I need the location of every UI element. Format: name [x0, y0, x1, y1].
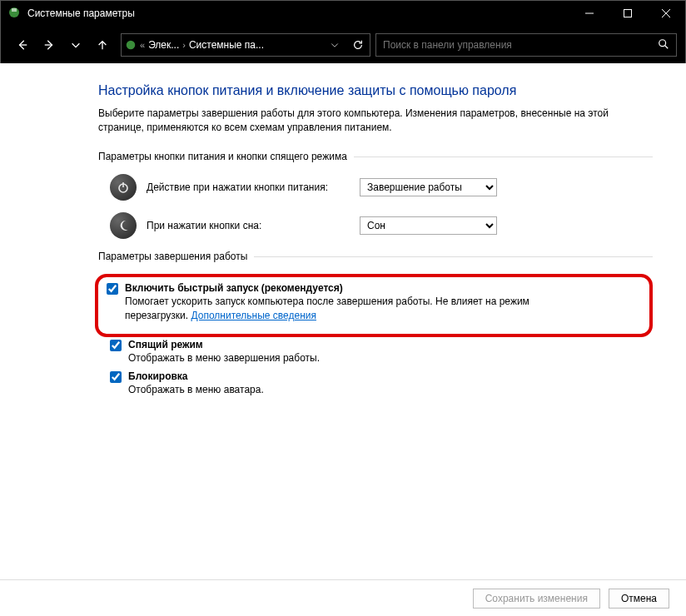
- lock-title: Блокировка: [128, 370, 188, 382]
- lock-option: Блокировка Отображать в меню аватара.: [110, 370, 653, 397]
- section-power-buttons: Параметры кнопки питания и кнопки спящег…: [98, 151, 653, 162]
- close-button[interactable]: [647, 1, 685, 26]
- power-icon: [110, 174, 137, 201]
- minimize-button[interactable]: [570, 1, 609, 26]
- address-icon: [122, 39, 140, 51]
- svg-point-9: [659, 39, 666, 46]
- sleep-checkbox[interactable]: [110, 340, 122, 351]
- sleep-icon: [110, 212, 137, 239]
- sleep-button-row: При нажатии кнопки сна: Сон: [110, 212, 653, 239]
- fast-startup-desc: Помогает ускорить запуск компьютера посл…: [125, 295, 591, 323]
- nav-bar: « Элек... › Системные па...: [1, 26, 685, 64]
- power-button-select[interactable]: Завершение работы: [360, 178, 497, 196]
- search-icon[interactable]: [658, 38, 669, 52]
- cancel-button[interactable]: Отмена: [609, 589, 669, 609]
- app-icon: [7, 6, 21, 22]
- sleep-button-select[interactable]: Сон: [360, 216, 497, 235]
- nav-back-button[interactable]: [9, 32, 36, 57]
- power-button-row: Действие при нажатии кнопки питания: Зав…: [110, 174, 653, 201]
- sleep-button-label: При нажатии кнопки сна:: [147, 220, 360, 231]
- search-box[interactable]: [375, 33, 677, 57]
- power-button-label: Действие при нажатии кнопки питания:: [147, 181, 360, 193]
- sleep-desc: Отображать в меню завершения работы.: [128, 351, 594, 365]
- address-dropdown-button[interactable]: [323, 34, 346, 56]
- sleep-option: Спящий режим Отображать в меню завершени…: [110, 339, 653, 365]
- search-input[interactable]: [383, 39, 658, 51]
- page-description: Выберите параметры завершения работы для…: [98, 107, 614, 136]
- fast-startup-highlight: Включить быстрый запуск (рекомендуется) …: [95, 274, 653, 338]
- fast-startup-option: Включить быстрый запуск (рекомендуется) …: [107, 282, 641, 323]
- nav-history-button[interactable]: [62, 32, 89, 57]
- nav-up-button[interactable]: [89, 32, 116, 57]
- fast-startup-checkbox[interactable]: [107, 283, 118, 295]
- section-shutdown: Параметры завершения работы: [98, 251, 653, 262]
- address-bar[interactable]: « Элек... › Системные па...: [121, 33, 370, 57]
- lock-checkbox[interactable]: [110, 371, 122, 383]
- svg-point-8: [127, 41, 136, 50]
- sleep-title: Спящий режим: [128, 339, 203, 350]
- fast-startup-more-link[interactable]: Дополнительные сведения: [191, 310, 316, 321]
- svg-line-10: [665, 45, 669, 48]
- lock-desc: Отображать в меню аватара.: [128, 383, 594, 397]
- fast-startup-title: Включить быстрый запуск (рекомендуется): [125, 282, 343, 294]
- window-title: Системные параметры: [27, 7, 135, 19]
- maximize-button[interactable]: [609, 1, 647, 26]
- save-button[interactable]: Сохранить изменения: [473, 589, 600, 609]
- refresh-button[interactable]: [346, 34, 370, 56]
- nav-forward-button[interactable]: [36, 32, 62, 57]
- content-area: Настройка кнопок питания и включение защ…: [0, 63, 686, 616]
- breadcrumb-item-2[interactable]: Системные па...: [186, 39, 267, 51]
- titlebar: Системные параметры: [1, 1, 685, 26]
- svg-rect-1: [12, 8, 17, 12]
- window-controls: [570, 1, 685, 26]
- footer: Сохранить изменения Отмена: [0, 579, 686, 616]
- svg-rect-3: [624, 10, 632, 17]
- page-heading: Настройка кнопок питания и включение защ…: [98, 83, 653, 98]
- breadcrumb-item-1[interactable]: Элек...: [145, 39, 182, 51]
